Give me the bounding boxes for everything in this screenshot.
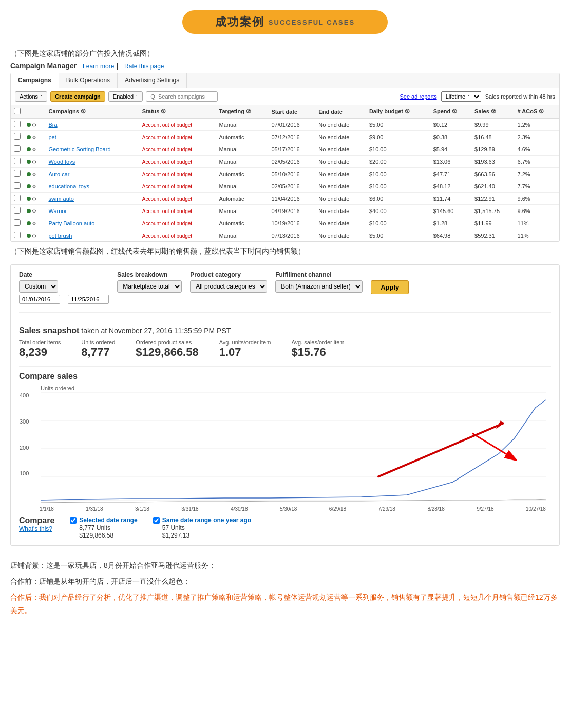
row-indicators: ⚙ xyxy=(24,205,45,217)
row-budget: $5.00 xyxy=(366,229,430,242)
row-status: Account out of budget xyxy=(139,193,216,205)
learn-more-link[interactable]: Learn more xyxy=(83,63,114,70)
row-start-date: 07/12/2016 xyxy=(268,131,315,143)
chinese-title: 成功案例 xyxy=(215,14,264,30)
x-label: 5/30/18 xyxy=(280,506,297,512)
th-sales: Sales ② xyxy=(471,105,515,119)
row-checkbox[interactable] xyxy=(14,133,21,140)
legend-prior-checkbox[interactable] xyxy=(153,517,160,524)
row-checkbox[interactable] xyxy=(14,182,21,189)
row-start-date: 07/13/2016 xyxy=(268,229,315,242)
header-banner: 成功案例 SUCCESSFUL CASES xyxy=(182,10,388,34)
row-end-date: No end date xyxy=(315,217,366,229)
row-checkbox[interactable] xyxy=(14,232,21,238)
th-checkbox xyxy=(11,105,24,119)
y-axis-labels: 400 300 200 100 xyxy=(20,392,29,505)
category-select[interactable]: All product categories xyxy=(190,280,267,293)
row-sales: $11.99 xyxy=(471,217,515,229)
metric-label: Avg. units/order item xyxy=(219,339,271,346)
whats-this-link[interactable]: What's this? xyxy=(19,525,54,532)
row-status: Account out of budget xyxy=(139,205,216,217)
row-checkbox[interactable] xyxy=(14,219,21,226)
create-campaign-button[interactable]: Create campaign xyxy=(50,91,105,102)
row-checkbox-cell xyxy=(11,131,24,143)
row-budget: $10.00 xyxy=(366,217,430,229)
actions-button[interactable]: Actions ÷ xyxy=(15,91,47,102)
date-select[interactable]: Custom xyxy=(19,280,58,293)
bottom-line1: 店铺背景：这是一家玩具店，8月份开始合作亚马逊代运营服务； xyxy=(10,559,560,572)
lifetime-select[interactable]: Lifetime ÷ xyxy=(441,91,481,102)
row-checkbox-cell xyxy=(11,168,24,180)
english-title: SUCCESSFUL CASES xyxy=(269,18,355,26)
tab-campaigns[interactable]: Campaigns xyxy=(11,73,59,88)
row-sales: $1,515.75 xyxy=(471,205,515,217)
breakdown-select[interactable]: Marketplace total xyxy=(117,280,182,293)
breakdown-control-group: Sales breakdown Marketplace total xyxy=(117,271,182,293)
row-checkbox[interactable] xyxy=(14,195,21,201)
row-campaign-name: Geometric Sorting Board xyxy=(45,143,139,156)
table-row: ⚙ Bra Account out of budget Manual 07/01… xyxy=(11,119,559,131)
row-checkbox[interactable] xyxy=(14,158,21,164)
see-ad-reports-link[interactable]: See ad reports xyxy=(400,93,436,100)
row-checkbox[interactable] xyxy=(14,170,21,177)
row-budget: $6.00 xyxy=(366,193,430,205)
row-acos: 11% xyxy=(515,229,559,242)
row-checkbox-cell xyxy=(11,156,24,168)
row-end-date: No end date xyxy=(315,119,366,131)
row-start-date: 05/17/2016 xyxy=(268,143,315,156)
chart-container: Units ordered 400 300 200 100 xyxy=(19,385,551,512)
row-sales: $129.89 xyxy=(471,143,515,156)
metric-value: 1.07 xyxy=(219,346,271,359)
row-sales: $592.31 xyxy=(471,229,515,242)
row-indicators: ⚙ xyxy=(24,156,45,168)
x-label: 8/28/18 xyxy=(427,506,444,512)
row-end-date: No end date xyxy=(315,229,366,242)
th-status: Status ② xyxy=(139,105,216,119)
row-checkbox[interactable] xyxy=(14,207,21,214)
x-label: 3/31/18 xyxy=(181,506,198,512)
row-checkbox[interactable] xyxy=(14,145,21,152)
row-sales: $16.48 xyxy=(471,131,515,143)
legend-current-label: Selected date range xyxy=(79,516,137,524)
fulfillment-select[interactable]: Both (Amazon and seller) xyxy=(275,280,363,293)
row-status: Account out of budget xyxy=(139,143,216,156)
legend-current-units: 8,777 Units xyxy=(79,524,110,531)
campaign-section: Campaigns Bulk Operations Advertising Se… xyxy=(10,73,560,242)
legend-item-prior: Same date range one year ago 57 Units $1… xyxy=(153,516,251,539)
metric-value: $129,866.58 xyxy=(136,346,198,359)
row-end-date: No end date xyxy=(315,131,366,143)
row-checkbox-cell xyxy=(11,205,24,217)
row-sales: $193.63 xyxy=(471,156,515,168)
row-campaign-name: Bra xyxy=(45,119,139,131)
row-targeting: Automatic xyxy=(216,168,269,180)
row-spend: $1.28 xyxy=(430,217,471,229)
date-end-input[interactable] xyxy=(68,295,109,304)
rate-page-link[interactable]: Rate this page xyxy=(124,63,164,70)
row-start-date: 11/04/2016 xyxy=(268,193,315,205)
row-start-date: 04/19/2016 xyxy=(268,205,315,217)
apply-button[interactable]: Apply xyxy=(371,280,409,294)
legend-current-checkbox[interactable] xyxy=(70,517,77,524)
metric-label: Units ordered xyxy=(81,339,115,346)
tab-advertising-settings[interactable]: Advertising Settings xyxy=(118,73,187,88)
row-targeting: Manual xyxy=(216,143,269,156)
select-all-checkbox[interactable] xyxy=(14,108,21,114)
row-status: Account out of budget xyxy=(139,168,216,180)
row-start-date: 10/19/2016 xyxy=(268,217,315,229)
date-dash: – xyxy=(62,296,66,303)
x-label: 7/29/18 xyxy=(378,506,395,512)
tab-bulk-operations[interactable]: Bulk Operations xyxy=(59,73,118,88)
bottom-line2: 合作前：店铺是从年初开的店，开店后一直没什么起色； xyxy=(10,575,560,588)
row-status: Account out of budget xyxy=(139,229,216,242)
row-checkbox-cell xyxy=(11,143,24,156)
row-acos: 7.7% xyxy=(515,180,559,193)
table-row: ⚙ Geometric Sorting Board Account out of… xyxy=(11,143,559,156)
enabled-button[interactable]: Enabled ÷ xyxy=(108,91,143,102)
search-campaigns-input[interactable] xyxy=(146,91,218,102)
row-campaign-name: Auto car xyxy=(45,168,139,180)
row-campaign-name: Warrior xyxy=(45,205,139,217)
date-start-input[interactable] xyxy=(19,295,60,304)
row-spend: $145.60 xyxy=(430,205,471,217)
metric-item: Total order items8,239 xyxy=(19,339,61,359)
row-checkbox[interactable] xyxy=(14,121,21,127)
